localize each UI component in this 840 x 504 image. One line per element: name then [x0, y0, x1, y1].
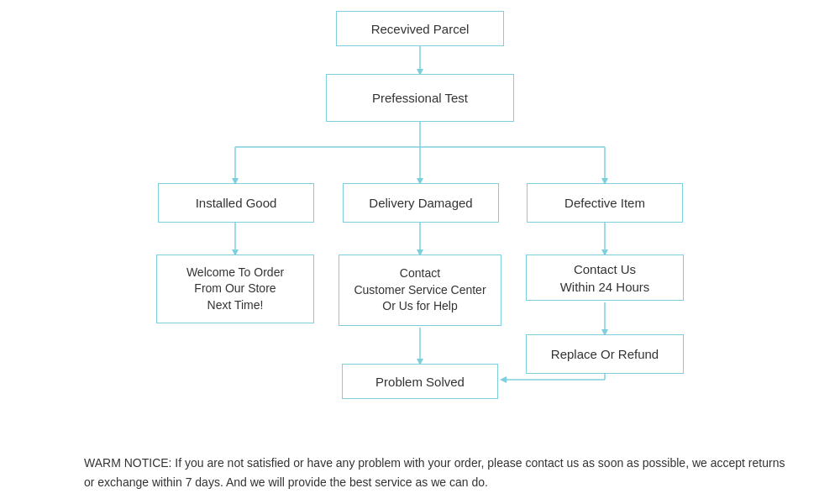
notice-text: WARM NOTICE: If you are not satisfied or… — [84, 456, 785, 488]
node-replace-refund: Replace Or Refund — [526, 334, 684, 374]
node-problem-solved: Problem Solved — [342, 364, 498, 399]
node-installed-good: Installed Good — [158, 183, 314, 223]
node-professional-test: Prefessional Test — [326, 74, 514, 122]
node-delivery-damaged: Delivery Damaged — [343, 183, 499, 223]
node-received-parcel: Recevived Parcel — [336, 11, 504, 46]
node-contact-customer: Contact Customer Service Center Or Us fo… — [339, 255, 501, 326]
node-contact-us-24: Contact Us Within 24 Hours — [526, 255, 684, 301]
notice-area: WARM NOTICE: If you are not satisfied or… — [0, 441, 840, 504]
flowchart: Recevived Parcel Prefessional Test Insta… — [0, 0, 840, 428]
svg-marker-22 — [500, 376, 507, 383]
node-defective-item: Defective Item — [527, 183, 683, 223]
node-welcome-order: Welcome To Order From Our Store Next Tim… — [156, 255, 314, 323]
